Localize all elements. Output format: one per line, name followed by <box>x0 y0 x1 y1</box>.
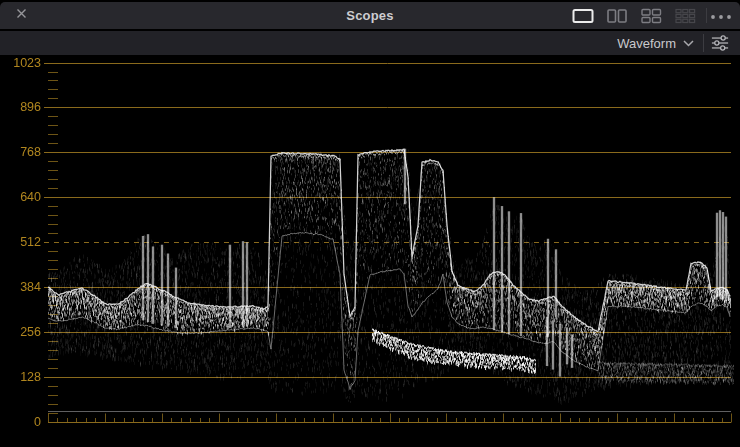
waveform-canvas <box>0 55 740 447</box>
y-axis-label: 896 <box>0 100 41 114</box>
y-axis-label: 0 <box>0 415 41 429</box>
single-view-icon <box>571 8 595 24</box>
y-axis-label: 384 <box>0 280 41 294</box>
waveform-plot: 01282563845126407688961023 <box>0 55 740 447</box>
layout-single-view-button[interactable] <box>566 2 600 29</box>
layout-grid-view-button[interactable] <box>668 2 702 29</box>
titlebar: Scopes <box>0 2 740 29</box>
ellipsis-icon <box>710 14 732 20</box>
toolbar-separator <box>703 34 704 52</box>
layout-button-group <box>566 2 702 29</box>
more-options-button[interactable] <box>706 2 736 29</box>
scope-type-dropdown[interactable]: Waveform <box>617 31 694 55</box>
y-axis-label: 768 <box>0 145 41 159</box>
scope-type-value: Waveform <box>617 36 676 51</box>
y-axis-label: 512 <box>0 235 41 249</box>
scope-settings-button[interactable] <box>706 32 734 54</box>
grid-view-icon <box>673 8 697 24</box>
scopes-panel: Scopes <box>0 0 740 447</box>
scope-toolbar: Waveform <box>0 31 740 55</box>
y-axis-label: 256 <box>0 325 41 339</box>
four-up-view-icon <box>639 8 663 24</box>
y-axis-label: 1023 <box>0 56 41 70</box>
layout-four-up-view-button[interactable] <box>634 2 668 29</box>
layout-two-up-view-button[interactable] <box>600 2 634 29</box>
chevron-down-icon <box>683 40 694 47</box>
sliders-icon <box>710 34 730 52</box>
two-up-view-icon <box>605 8 629 24</box>
y-axis-label: 640 <box>0 190 41 204</box>
y-axis-label: 128 <box>0 370 41 384</box>
